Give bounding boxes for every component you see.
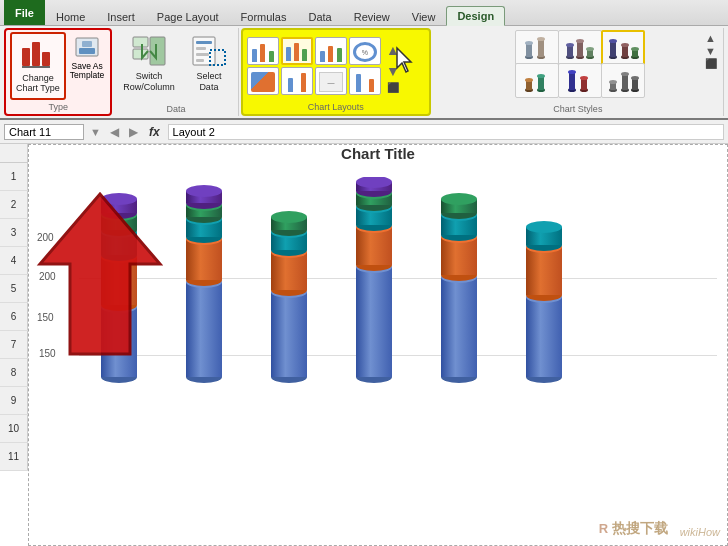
layout-thumb-2[interactable]: [281, 37, 313, 65]
svg-point-25: [566, 43, 574, 47]
tab-file[interactable]: File: [4, 0, 45, 25]
svg-point-40: [631, 47, 639, 51]
svg-rect-11: [196, 41, 212, 44]
svg-point-55: [609, 80, 617, 84]
change-chart-type-label: ChangeChart Type: [16, 74, 60, 94]
svg-point-22: [537, 37, 545, 41]
chart-style-4[interactable]: [515, 63, 559, 98]
svg-rect-3: [22, 66, 50, 68]
select-data-icon: [191, 33, 227, 69]
tab-page-layout[interactable]: Page Layout: [146, 7, 230, 26]
svg-rect-57: [622, 74, 628, 90]
svg-point-19: [525, 41, 533, 45]
svg-rect-27: [577, 41, 583, 57]
svg-rect-48: [569, 72, 575, 90]
save-as-template-button[interactable]: Save AsTemplate: [68, 32, 107, 83]
select-data-label: SelectData: [196, 71, 221, 93]
navigate-back[interactable]: ◀: [107, 125, 122, 139]
svg-point-43: [525, 78, 533, 82]
ribbon-group-type: ChangeChart Type Save AsTemplate Type: [4, 28, 112, 116]
tab-formulas[interactable]: Formulas: [230, 7, 298, 26]
layout-thumb-6[interactable]: [281, 67, 313, 95]
layout-thumb-7[interactable]: —: [315, 67, 347, 95]
svg-rect-81: [186, 239, 222, 280]
svg-point-61: [631, 76, 639, 80]
chart-style-scroll-down[interactable]: ▼: [705, 45, 717, 57]
tab-design[interactable]: Design: [446, 6, 505, 26]
chart-style-3[interactable]: [601, 30, 645, 65]
svg-point-49: [568, 70, 576, 74]
svg-point-28: [576, 39, 584, 43]
svg-rect-63: [101, 307, 137, 377]
svg-rect-12: [196, 47, 206, 50]
navigate-forward[interactable]: ▶: [126, 125, 141, 139]
cursor-icon: [405, 51, 425, 81]
save-as-template-label: Save AsTemplate: [70, 62, 105, 81]
formula-bar: ▼ ◀ ▶ fx: [0, 120, 728, 144]
formula-input[interactable]: [168, 124, 724, 140]
name-box[interactable]: [4, 124, 84, 140]
y-label-200: 200: [39, 271, 56, 282]
chart-style-1[interactable]: [515, 30, 559, 65]
svg-point-139: [526, 221, 562, 233]
save-as-template-icon: [73, 34, 101, 62]
y-axis-label-200: 200: [37, 232, 54, 243]
switch-row-column-icon: [131, 33, 167, 69]
chart-style-5[interactable]: [558, 63, 602, 98]
layout-expand[interactable]: ⬛: [387, 82, 399, 93]
switch-row-column-button[interactable]: SwitchRow/Column: [118, 30, 180, 98]
row-num-header-corner: [0, 144, 28, 162]
svg-rect-9: [150, 37, 165, 65]
svg-point-91: [186, 185, 222, 197]
ribbon-group-chart-styles: ▲ ▼ ⬛ Chart Styles: [433, 28, 724, 116]
svg-point-58: [621, 72, 629, 76]
layout-thumb-4[interactable]: %: [349, 37, 381, 65]
svg-point-103: [271, 211, 307, 223]
chart-style-scroll-up[interactable]: ▲: [705, 32, 717, 44]
svg-rect-1: [32, 42, 40, 66]
svg-rect-78: [186, 282, 222, 377]
chart-style-6[interactable]: [601, 63, 645, 98]
svg-rect-66: [101, 257, 137, 305]
tab-review[interactable]: Review: [343, 7, 401, 26]
svg-rect-2: [42, 52, 50, 66]
chart-area[interactable]: Chart Title 200 150: [28, 144, 728, 546]
data-group-label: Data: [114, 104, 238, 114]
svg-point-37: [621, 43, 629, 47]
svg-rect-5: [79, 48, 95, 54]
svg-point-52: [580, 76, 588, 80]
layout-thumb-8[interactable]: [349, 67, 381, 95]
tab-data[interactable]: Data: [297, 7, 342, 26]
svg-rect-18: [526, 43, 532, 57]
y-axis-label-150: 150: [37, 312, 54, 323]
svg-rect-45: [538, 76, 544, 90]
chart-style-expand[interactable]: ⬛: [705, 58, 717, 69]
ribbon-group-data: SwitchRow/Column SelectDa: [114, 28, 239, 116]
svg-rect-120: [441, 277, 477, 377]
layout-thumb-5[interactable]: [247, 67, 279, 95]
svg-rect-33: [610, 41, 616, 57]
fx-label: fx: [145, 125, 164, 139]
switch-row-column-label: SwitchRow/Column: [123, 71, 175, 93]
svg-rect-7: [133, 37, 148, 47]
tab-insert[interactable]: Insert: [96, 7, 146, 26]
change-chart-type-button[interactable]: ChangeChart Type: [10, 32, 66, 100]
svg-rect-132: [526, 297, 562, 377]
ribbon-body: ChangeChart Type Save AsTemplate Type: [0, 26, 728, 120]
chart-layout-thumbnails: % —: [247, 37, 381, 95]
svg-rect-0: [22, 48, 30, 66]
chart-style-2[interactable]: [558, 30, 602, 65]
svg-point-31: [586, 47, 594, 51]
svg-marker-16: [397, 48, 411, 72]
layout-thumb-3[interactable]: [315, 37, 347, 65]
svg-point-34: [609, 39, 617, 43]
chart-svg: [79, 177, 719, 432]
svg-point-76: [101, 193, 137, 205]
svg-rect-14: [196, 59, 204, 62]
tab-view[interactable]: View: [401, 7, 447, 26]
select-data-button[interactable]: SelectData: [184, 30, 234, 98]
layout-thumb-1[interactable]: [247, 37, 279, 65]
svg-point-46: [537, 74, 545, 78]
tab-home[interactable]: Home: [45, 7, 96, 26]
chart-style-thumbnails: [515, 30, 641, 93]
